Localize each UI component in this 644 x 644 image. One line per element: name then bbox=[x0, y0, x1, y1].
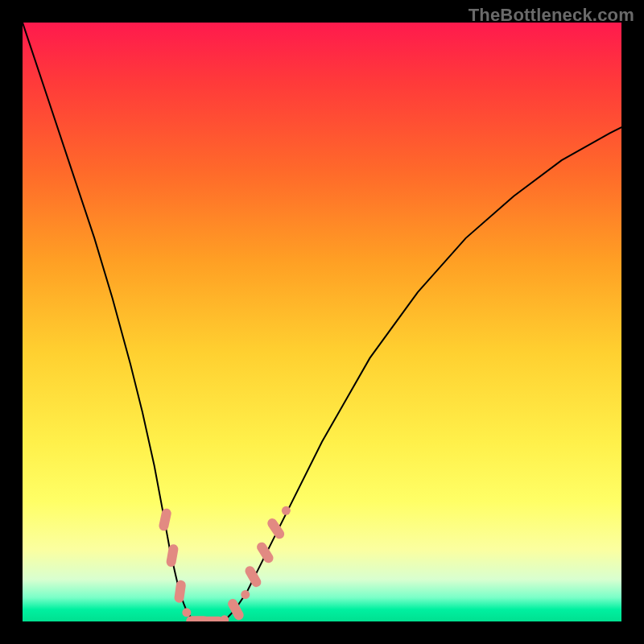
watermark-text: TheBottleneck.com bbox=[469, 5, 634, 26]
plot-area bbox=[23, 23, 621, 621]
curve-marker bbox=[182, 608, 191, 617]
curve-marker bbox=[243, 564, 262, 588]
curve-marker bbox=[174, 580, 187, 603]
bottleneck-curve bbox=[23, 23, 621, 621]
marker-group bbox=[158, 506, 291, 621]
curve-marker bbox=[226, 597, 246, 621]
curve-marker bbox=[166, 543, 180, 568]
outer-frame: TheBottleneck.com bbox=[0, 0, 644, 644]
curve-group bbox=[23, 23, 621, 621]
curve-marker bbox=[282, 506, 291, 515]
curve-marker bbox=[158, 508, 172, 532]
curve-layer bbox=[23, 23, 621, 621]
curve-marker bbox=[220, 615, 229, 621]
curve-marker bbox=[241, 590, 250, 599]
curve-marker bbox=[255, 540, 275, 564]
